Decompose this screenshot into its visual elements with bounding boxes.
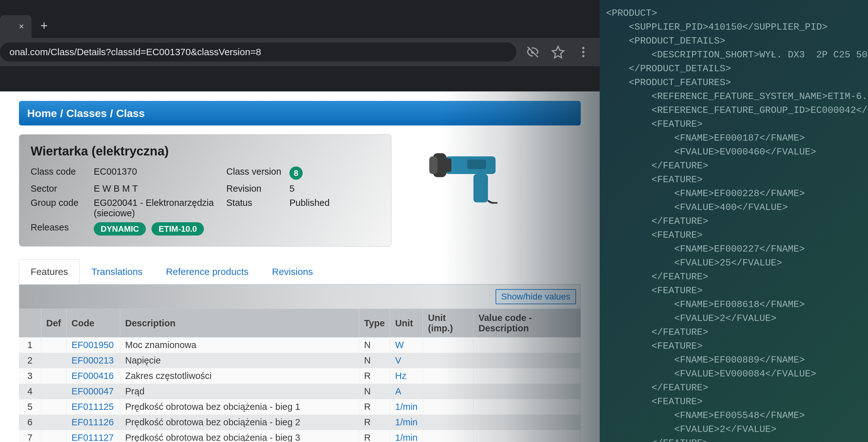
feature-code-link[interactable]: EF011125 [72, 402, 114, 412]
cell-unit: A [390, 384, 423, 399]
release-badge-etim10: ETIM-10.0 [152, 222, 204, 236]
cell-def [41, 399, 66, 415]
th-def: Def [41, 309, 66, 337]
tab-revisions[interactable]: Revisions [260, 259, 325, 284]
unit-link[interactable]: 1/min [395, 417, 417, 427]
value-revision: 5 [289, 183, 359, 194]
value-class-version: 8 [289, 166, 359, 180]
tab-reference-products[interactable]: Reference products [154, 259, 260, 284]
feature-code-link[interactable]: EF000047 [72, 386, 114, 396]
cell-description: Napięcie [120, 353, 359, 368]
features-table: Def Code Description Type Unit Unit (imp… [19, 309, 581, 442]
eye-off-icon[interactable] [526, 45, 540, 59]
tab-features[interactable]: Features [19, 259, 80, 284]
cell-value-desc [473, 368, 581, 384]
release-badge-dynamic: DYNAMIC [94, 222, 146, 236]
url-text: onal.com/Class/Details?classId=EC001370&… [9, 47, 261, 57]
cell-value-desc [473, 384, 581, 399]
cell-def [41, 353, 66, 368]
label-status: Status [226, 198, 289, 218]
cell-type: N [359, 353, 390, 368]
cell-unit-imp [423, 430, 473, 442]
class-info-card: Wiertarka (elektryczna) Class code EC001… [19, 134, 392, 246]
browser-tab[interactable]: × [0, 15, 32, 38]
th-index [19, 309, 41, 337]
cell-type: R [359, 368, 390, 384]
cell-description: Prędkość obrotowa bez obciążenia - bieg … [120, 415, 359, 430]
svg-point-0 [582, 47, 584, 49]
breadcrumb-classes[interactable]: Classes [66, 107, 107, 120]
cell-def [41, 415, 66, 430]
tab-translations[interactable]: Translations [80, 259, 154, 284]
breadcrumb: Home / Classes / Class [19, 101, 581, 126]
cell-code: EF011125 [66, 399, 120, 415]
new-tab-button[interactable]: + [40, 19, 48, 33]
xml-code-panel: <PRODUCT> <SUPPLIER_PID>410150</SUPPLIER… [600, 6, 868, 442]
breadcrumb-home[interactable]: Home [27, 107, 57, 120]
cell-unit-imp [423, 415, 473, 430]
value-class-code: EC001370 [94, 166, 226, 180]
unit-link[interactable]: W [395, 340, 404, 350]
feature-code-link[interactable]: EF000416 [72, 371, 114, 381]
th-description: Description [120, 309, 359, 337]
star-icon[interactable] [551, 45, 565, 59]
cell-code: EF001950 [66, 337, 120, 353]
table-row: 3EF000416Zakres częstotliwościRHz [19, 368, 581, 384]
cell-def [41, 430, 66, 442]
cell-code: EF011127 [66, 430, 120, 442]
svg-point-2 [582, 55, 584, 57]
product-image [404, 134, 511, 204]
class-title: Wiertarka (elektryczna) [31, 144, 380, 158]
feature-code-link[interactable]: EF011127 [72, 433, 114, 442]
cell-description: Prąd [120, 384, 359, 399]
label-releases: Releases [31, 222, 94, 236]
value-status: Published [289, 198, 359, 218]
label-class-version: Class version [226, 166, 289, 180]
cell-description: Zakres częstotliwości [120, 368, 359, 384]
close-icon[interactable]: × [19, 22, 24, 32]
label-revision: Revision [226, 183, 289, 194]
feature-code-link[interactable]: EF001950 [72, 340, 114, 350]
th-type: Type [359, 309, 390, 337]
cell-index: 4 [19, 384, 41, 399]
table-row: 5EF011125Prędkość obrotowa bez obciążeni… [19, 399, 581, 415]
th-code: Code [66, 309, 120, 337]
cell-index: 2 [19, 353, 41, 368]
cell-unit-imp [423, 337, 473, 353]
show-hide-values-button[interactable]: Show/hide values [496, 289, 576, 304]
unit-link[interactable]: 1/min [395, 433, 417, 442]
feature-code-link[interactable]: EF011126 [72, 417, 114, 427]
cell-unit-imp [423, 353, 473, 368]
unit-link[interactable]: A [395, 386, 401, 396]
value-releases: DYNAMIC ETIM-10.0 [94, 222, 359, 236]
unit-link[interactable]: Hz [395, 371, 406, 381]
browser-tab-bar: × + [0, 0, 600, 38]
cell-value-desc [473, 399, 581, 415]
table-row: 2EF000213NapięcieNV [19, 353, 581, 368]
unit-link[interactable]: 1/min [395, 402, 417, 412]
svg-rect-6 [429, 157, 437, 174]
cell-type: R [359, 415, 390, 430]
cell-index: 5 [19, 399, 41, 415]
cell-code: EF000416 [66, 368, 120, 384]
cell-index: 1 [19, 337, 41, 353]
cell-code: EF011126 [66, 415, 120, 430]
cell-unit-imp [423, 399, 473, 415]
unit-link[interactable]: V [395, 355, 401, 365]
cell-unit: 1/min [390, 399, 423, 415]
value-group-code: EG020041 - Elektronarzędzia (sieciowe) [94, 198, 226, 218]
table-row: 4EF000047PrądNA [19, 384, 581, 399]
cell-code: EF000047 [66, 384, 120, 399]
address-bar[interactable]: onal.com/Class/Details?classId=EC001370&… [0, 42, 516, 62]
table-row: 6EF011126Prędkość obrotowa bez obciążeni… [19, 415, 581, 430]
label-class-code: Class code [31, 166, 94, 180]
cell-index: 6 [19, 415, 41, 430]
cell-value-desc [473, 337, 581, 353]
label-sector: Sector [31, 183, 94, 194]
cell-value-desc [473, 430, 581, 442]
feature-code-link[interactable]: EF000213 [72, 355, 114, 365]
cell-code: EF000213 [66, 353, 120, 368]
cell-def [41, 384, 66, 399]
svg-rect-8 [467, 160, 486, 169]
kebab-menu-icon[interactable] [576, 45, 590, 59]
